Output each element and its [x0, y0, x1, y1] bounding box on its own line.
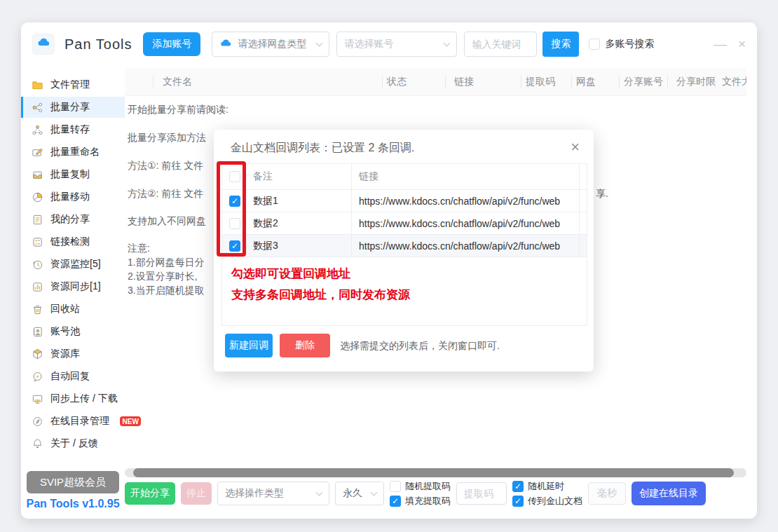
col-account: 分享账号: [624, 76, 663, 88]
operation-type-select[interactable]: 选择操作类型: [217, 482, 329, 505]
keyword-input[interactable]: [464, 32, 537, 57]
sidebar-item-batch-share[interactable]: 批量分享: [21, 97, 125, 118]
cloud-icon: [219, 37, 232, 52]
code-input[interactable]: [456, 482, 507, 505]
minimize-button[interactable]: —: [714, 36, 727, 52]
col-code: 提取码: [526, 76, 555, 88]
sidebar-item-resource-library[interactable]: 资源库: [21, 343, 125, 364]
sidebar-item-label: 资源监控[5]: [50, 258, 101, 271]
monitor-icon: [31, 258, 43, 271]
row-checkbox[interactable]: ✓: [229, 240, 240, 252]
copy-icon: [31, 168, 43, 181]
scrollbar-thumb[interactable]: [133, 468, 734, 477]
svip-button[interactable]: SVIP超级会员: [27, 471, 119, 493]
sidebar-item-sync-upload-download[interactable]: 同步上传 / 下载: [21, 388, 125, 409]
horizontal-scrollbar: [125, 468, 746, 477]
multi-account-search-checkbox[interactable]: [589, 39, 600, 50]
dialog-close-icon[interactable]: ×: [571, 138, 580, 156]
sidebar-item-auto-reply[interactable]: 自动回复: [21, 366, 125, 387]
close-button[interactable]: ×: [738, 36, 746, 52]
callback-row[interactable]: ✓ 数据1 https://www.kdocs.cn/chatflow/api/…: [222, 190, 587, 212]
col-disk: 网盘: [576, 76, 596, 88]
column-divider: [153, 75, 153, 89]
sidebar-item-my-share[interactable]: 我的分享: [21, 209, 125, 230]
to-kdocs-label: 传到金山文档: [528, 495, 582, 507]
instruction-line: 开始批量分享前请阅读:: [128, 104, 228, 116]
code-options: 随机提取码 ✓ 填充提取码: [390, 480, 451, 507]
row-link: https://www.kdocs.cn/chatflow/api/v2/fun…: [351, 235, 579, 257]
stop-button[interactable]: 停止: [181, 482, 212, 505]
select-all-checkbox[interactable]: [229, 171, 240, 182]
callback-row[interactable]: ✓ 数据3 https://www.kdocs.cn/chatflow/api/…: [222, 235, 587, 257]
add-account-button[interactable]: 添加账号: [143, 32, 200, 56]
sidebar-item-about-feedback[interactable]: 关于 / 反馈: [21, 433, 125, 454]
chevron-down-icon: [316, 489, 323, 496]
bell-icon: [31, 437, 43, 450]
search-button[interactable]: 搜索: [542, 32, 579, 57]
sidebar-item-batch-move[interactable]: 批量移动: [21, 186, 125, 207]
sidebar-item-link-check[interactable]: 链接检测: [21, 231, 125, 252]
sidebar-item-file-manage[interactable]: 文件管理: [21, 74, 125, 95]
row-checkbox[interactable]: ✓: [229, 196, 240, 207]
instruction-line: 支持加入不同网盘: [128, 215, 206, 228]
rename-icon: [31, 146, 43, 158]
instruction-line: 注意:: [128, 243, 150, 255]
kdocs-callback-dialog: 金山文档回调列表：已设置 2 条回调. × 备注 链接 ✓ 数据1 https:…: [214, 130, 594, 371]
to-kdocs-checkbox[interactable]: ✓: [512, 496, 524, 507]
sidebar-item-online-directory[interactable]: 在线目录管理 NEW: [21, 411, 125, 432]
col-filename: 文件名: [163, 76, 192, 88]
create-online-dir-button[interactable]: 创建在线目录: [632, 482, 706, 505]
result-table-header: 文件名 状态 链接 提取码 网盘 分享账号 分享时限 文件大: [125, 68, 746, 96]
sidebar-item-resource-monitor[interactable]: 资源监控[5]: [21, 254, 125, 275]
start-share-button[interactable]: 开始分享: [125, 482, 175, 505]
sidebar-item-resource-sync[interactable]: 资源同步[1]: [21, 276, 125, 297]
annotation-text: 勾选即可设置回调地址: [231, 266, 350, 282]
trash-icon: [31, 303, 43, 315]
sidebar-item-label: 批量重命名: [50, 146, 100, 158]
col-duration: 分享时限: [676, 76, 716, 88]
instruction-line: 方法①: 前往 文件: [128, 160, 203, 172]
duration-select[interactable]: 永久: [335, 482, 384, 505]
account-select[interactable]: 请选择账号: [336, 32, 457, 57]
new-badge: NEW: [120, 416, 141, 426]
fill-code-checkbox[interactable]: ✓: [390, 496, 401, 507]
row-checkbox[interactable]: [229, 218, 240, 229]
version-label: Pan Tools v1.0.95: [21, 498, 125, 510]
app-logo: [32, 34, 55, 55]
share-icon: [31, 101, 43, 114]
sidebar: 文件管理 批量分享 批量转存 批量重命名 批量复制 批量移动 我的分享 链接检: [21, 66, 125, 519]
link-check-icon: [31, 236, 43, 248]
app-title: Pan Tools: [64, 36, 132, 53]
row-link: https://www.kdocs.cn/chatflow/api/v2/fun…: [351, 190, 579, 212]
column-divider: [382, 75, 383, 89]
random-code-label: 随机提取码: [405, 480, 451, 493]
sidebar-item-label: 链接检测: [50, 236, 90, 248]
random-code-checkbox[interactable]: [390, 481, 401, 492]
remark-header: 备注: [247, 170, 351, 183]
instruction-line: 批量分享添加方法: [128, 132, 206, 144]
delete-button[interactable]: 删除: [280, 334, 330, 357]
column-divider: [445, 75, 446, 89]
sidebar-item-label: 回收站: [50, 303, 80, 315]
instruction-line: 1.部分网盘每日分: [128, 257, 205, 269]
sidebar-item-label: 批量复制: [50, 168, 90, 181]
chevron-down-icon: [444, 39, 451, 46]
sidebar-item-label: 批量分享: [50, 101, 90, 114]
column-divider: [667, 75, 668, 89]
online-dir-icon: [31, 415, 43, 428]
sidebar-item-label: 同步上传 / 下载: [50, 393, 118, 405]
callback-row[interactable]: 数据2 https://www.kdocs.cn/chatflow/api/v2…: [222, 212, 587, 235]
fill-code-label: 填充提取码: [405, 495, 451, 507]
sidebar-item-batch-copy[interactable]: 批量复制: [21, 164, 125, 185]
sidebar-item-recycle-bin[interactable]: 回收站: [21, 299, 125, 320]
new-callback-button[interactable]: 新建回调: [225, 334, 273, 357]
disk-type-select[interactable]: 请选择网盘类型: [212, 32, 329, 57]
sidebar-item-label: 批量转存: [50, 123, 90, 136]
sidebar-item-batch-transfer[interactable]: 批量转存: [21, 119, 125, 140]
random-delay-checkbox[interactable]: ✓: [512, 481, 524, 492]
sidebar-item-account-pool[interactable]: 账号池: [21, 321, 125, 342]
milliseconds-input[interactable]: 毫秒: [588, 482, 626, 505]
sidebar-item-label: 在线目录管理: [50, 415, 109, 428]
sidebar-item-batch-rename[interactable]: 批量重命名: [21, 142, 125, 163]
sidebar-item-label: 资源同步[1]: [50, 280, 101, 293]
